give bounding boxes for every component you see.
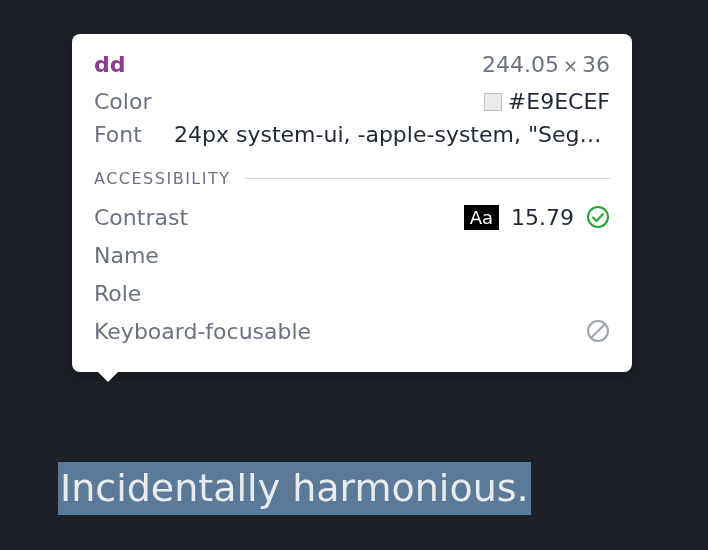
a11y-label: Keyboard-focusable xyxy=(94,319,586,344)
color-hex: #E9ECEF xyxy=(508,89,610,114)
accessibility-row-keyboard: Keyboard-focusable xyxy=(94,316,610,346)
accessibility-row-contrast: Contrast Aa 15.79 xyxy=(94,202,610,232)
accessibility-row-name: Name xyxy=(94,240,610,270)
divider xyxy=(245,178,610,179)
svg-point-0 xyxy=(588,207,608,227)
element-tag-name: dd xyxy=(94,52,126,77)
property-row-color: Color #E9ECEF xyxy=(94,89,610,114)
a11y-value xyxy=(586,319,610,343)
property-row-font: Font 24px system-ui, -apple-system, "Seg… xyxy=(94,122,610,147)
accessibility-section-header: Accessibility xyxy=(94,169,610,188)
tooltip-arrow xyxy=(96,370,120,382)
tooltip-header: dd 244.05×36 xyxy=(94,52,610,77)
color-swatch xyxy=(484,93,502,111)
contrast-sample-swatch: Aa xyxy=(464,205,499,230)
a11y-label: Contrast xyxy=(94,205,464,230)
a11y-value: Aa 15.79 xyxy=(464,205,610,230)
property-value: #E9ECEF xyxy=(174,89,610,114)
font-value: 24px system-ui, -apple-system, "Segoe… xyxy=(174,122,610,147)
dimension-height: 36 xyxy=(582,52,610,77)
dimension-width: 244.05 xyxy=(482,52,559,77)
times-symbol: × xyxy=(559,55,582,76)
inspected-text-highlight[interactable]: Incidentally harmonious. xyxy=(58,462,531,515)
property-label: Font xyxy=(94,122,174,147)
accessibility-row-role: Role xyxy=(94,278,610,308)
element-inspector-tooltip: dd 244.05×36 Color #E9ECEF Font 24px sys… xyxy=(72,34,632,372)
a11y-label: Role xyxy=(94,281,610,306)
svg-line-2 xyxy=(591,324,605,338)
a11y-label: Name xyxy=(94,243,610,268)
contrast-ratio: 15.79 xyxy=(511,205,574,230)
not-allowed-icon xyxy=(586,319,610,343)
section-title: Accessibility xyxy=(94,169,231,188)
check-circle-icon xyxy=(586,205,610,229)
property-label: Color xyxy=(94,89,174,114)
element-dimensions: 244.05×36 xyxy=(482,52,610,77)
